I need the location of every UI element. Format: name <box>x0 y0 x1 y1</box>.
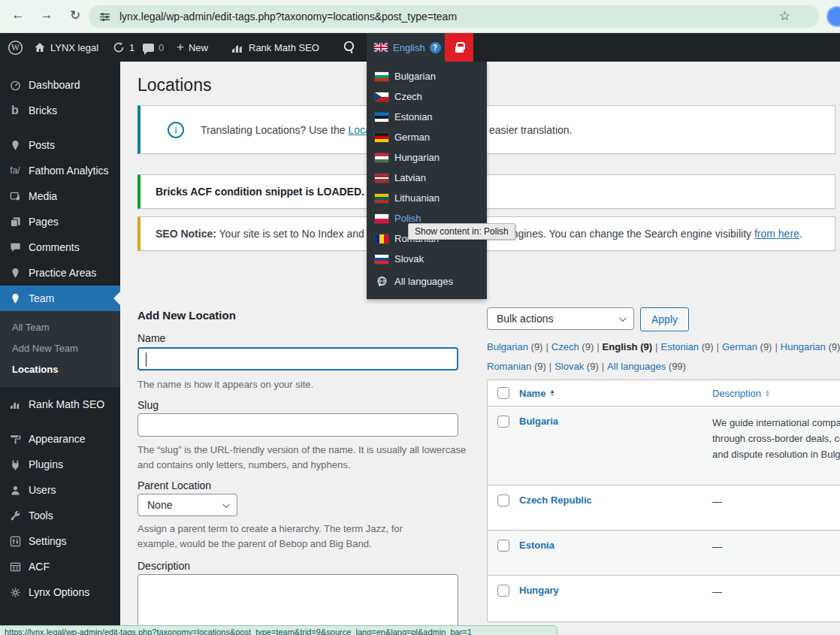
row-checkbox[interactable] <box>497 416 509 428</box>
lang-item-all-languages[interactable]: All languages <box>367 271 487 292</box>
updates-menu[interactable]: 1 <box>113 33 134 62</box>
apply-button[interactable]: Apply <box>640 307 689 331</box>
sidebar-item-practice-areas[interactable]: Practice Areas <box>0 260 120 286</box>
site-settings-icon[interactable] <box>99 11 110 23</box>
lang-label: Estonian <box>394 111 433 122</box>
forward-icon[interactable]: → <box>38 8 56 23</box>
sidebar-item-fathom-analytics[interactable]: fa/ Fathom Analytics <box>0 158 120 183</box>
flag-german-icon <box>375 133 388 142</box>
parent-location-label: Parent Location <box>137 479 211 491</box>
term-name-link[interactable]: Czech Republic <box>519 494 592 506</box>
lock-button[interactable] <box>445 33 473 62</box>
sidebar-item-users[interactable]: Users <box>0 477 120 503</box>
sidebar-item-tools[interactable]: Tools <box>0 503 120 528</box>
sidebar-item-add-new-team[interactable]: Add New Team <box>0 337 120 358</box>
comments-menu[interactable]: 0 <box>143 33 164 62</box>
table-row: Czech Republic — <box>488 485 840 531</box>
filter-bulgarian[interactable]: Bulgarian <box>487 341 528 352</box>
filter-estonian[interactable]: Estonian <box>660 341 699 352</box>
back-icon[interactable]: ← <box>9 8 27 23</box>
lang-item-slovak[interactable]: Slovak <box>367 249 487 269</box>
sidebar-label: Media <box>29 190 57 202</box>
bulk-actions-select[interactable]: Bulk actions <box>487 307 634 330</box>
from-here-link[interactable]: from here <box>754 228 799 240</box>
sidebar-label: Users <box>29 484 56 496</box>
lang-item-german[interactable]: German <box>367 127 487 147</box>
reload-icon[interactable]: ↻ <box>66 8 84 23</box>
filter-count: (9) <box>582 341 594 352</box>
sidebar-item-lynx-options[interactable]: Lynx Options <box>0 579 120 605</box>
language-filters-row1: Bulgarian (9)|Czech (9)|English (9)|Esto… <box>487 341 840 352</box>
address-bar[interactable]: lynx.legal/wp-admin/edit-tags.php?taxono… <box>89 5 819 28</box>
select-all-checkbox[interactable] <box>497 387 509 399</box>
term-description: — <box>712 576 840 621</box>
visit-site-menu[interactable]: LYNX legal <box>34 33 98 62</box>
filter-all-languages[interactable]: All languages <box>607 361 666 372</box>
sidebar-item-pages[interactable]: Pages <box>0 209 120 234</box>
bricks-icon: b <box>8 104 23 117</box>
name-help-text: The name is how it appears on your site. <box>137 377 313 392</box>
row-checkbox[interactable] <box>497 494 509 506</box>
notice-bold-text: SEO Notice: <box>156 228 216 240</box>
sidebar-item-media[interactable]: Media <box>0 183 120 209</box>
search-icon[interactable] <box>342 33 358 62</box>
sidebar-item-team[interactable]: Team <box>0 286 120 311</box>
filter-czech[interactable]: Czech <box>551 341 579 352</box>
lang-item-czech[interactable]: Czech <box>367 86 487 107</box>
sidebar-item-locations[interactable]: Locations <box>0 358 120 379</box>
table-row: Estonia — <box>488 531 840 576</box>
sidebar-item-dashboard[interactable]: Dashboard <box>0 72 120 98</box>
row-checkbox[interactable] <box>497 585 509 597</box>
description-column-header[interactable]: Description <box>712 388 761 399</box>
lang-item-bulgarian[interactable]: Bulgarian <box>367 66 487 86</box>
description-textarea[interactable] <box>137 574 458 628</box>
browser-profile-avatar[interactable] <box>826 6 840 27</box>
help-badge-icon[interactable]: ? <box>430 42 441 53</box>
comments-icon <box>8 242 23 252</box>
site-name: LYNX legal <box>50 42 98 53</box>
filter-romanian[interactable]: Romanian <box>487 361 531 372</box>
rank-math-menu[interactable]: Rank Math SEO <box>231 33 319 62</box>
sidebar-item-comments[interactable]: Comments <box>0 234 120 260</box>
lang-label: All languages <box>394 276 453 287</box>
new-content-menu[interactable]: + New <box>177 33 208 62</box>
lang-item-estonian[interactable]: Estonian <box>367 107 487 127</box>
bulk-actions-value: Bulk actions <box>497 313 553 325</box>
sidebar-item-posts[interactable]: Posts <box>0 132 120 158</box>
sidebar-item-all-team[interactable]: All Team <box>0 316 120 337</box>
sidebar-label: Posts <box>29 139 55 151</box>
lang-item-latvian[interactable]: Latvian <box>367 168 487 188</box>
filter-count: (9) <box>702 341 714 352</box>
sidebar-item-appearance[interactable]: Appearance <box>0 426 120 452</box>
dashboard-icon <box>8 80 23 91</box>
lang-item-lithuanian[interactable]: Lithuanian <box>367 188 487 208</box>
name-column-header[interactable]: Name <box>519 388 545 399</box>
updates-count: 1 <box>129 42 134 53</box>
flag-czech-icon <box>375 92 388 101</box>
filter-count: (9) <box>531 341 543 352</box>
term-name-link[interactable]: Estonia <box>519 540 554 551</box>
filter-slovak[interactable]: Slovak <box>554 361 584 372</box>
info-icon: i <box>168 122 184 138</box>
row-checkbox[interactable] <box>497 540 509 552</box>
parent-location-select[interactable]: None <box>137 494 237 516</box>
notice-text: Translating Locations? Use the <box>201 124 348 136</box>
lang-item-hungarian[interactable]: Hungarian <box>367 147 487 168</box>
status-bar-link-preview: https://lynx.legal/wp-admin/edit-tags.ph… <box>0 625 557 635</box>
filter-german[interactable]: German <box>722 341 757 352</box>
language-switcher-menu[interactable]: English ? <box>367 33 445 62</box>
slug-input[interactable] <box>137 413 458 437</box>
bookmark-star-icon[interactable]: ☆ <box>779 8 790 24</box>
sidebar-item-rank-math-seo[interactable]: Rank Math SEO <box>0 392 120 417</box>
lang-label: Slovak <box>394 253 424 265</box>
wordpress-logo-icon[interactable]: W <box>8 33 23 62</box>
sidebar-item-bricks[interactable]: b Bricks <box>0 98 120 123</box>
sidebar-item-plugins[interactable]: Plugins <box>0 452 120 477</box>
term-name-link[interactable]: Hungary <box>519 585 559 596</box>
sidebar-item-settings[interactable]: Settings <box>0 528 120 554</box>
filter-hungarian[interactable]: Hungarian <box>781 341 826 352</box>
name-input[interactable] <box>137 347 458 370</box>
term-name-link[interactable]: Bulgaria <box>519 416 558 427</box>
sidebar-item-acf[interactable]: ACF <box>0 554 120 579</box>
url-text[interactable]: lynx.legal/wp-admin/edit-tags.php?taxono… <box>119 11 457 23</box>
